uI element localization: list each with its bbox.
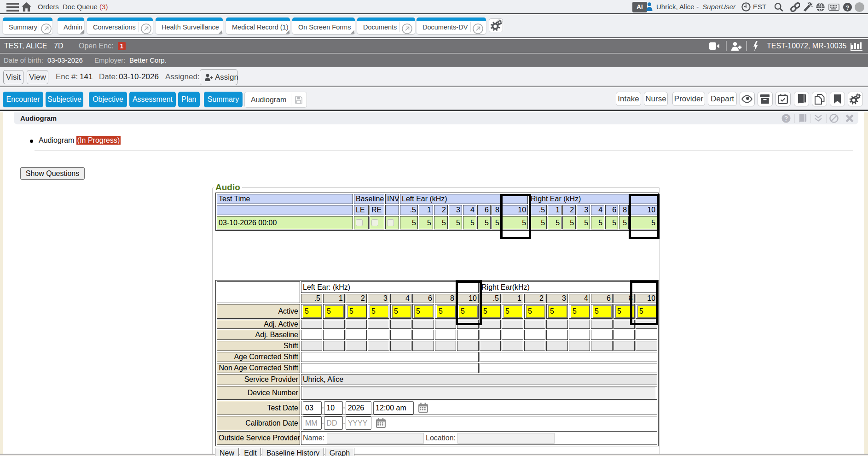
svg-text:?: ? — [845, 4, 849, 11]
svg-text:?: ? — [784, 115, 788, 122]
